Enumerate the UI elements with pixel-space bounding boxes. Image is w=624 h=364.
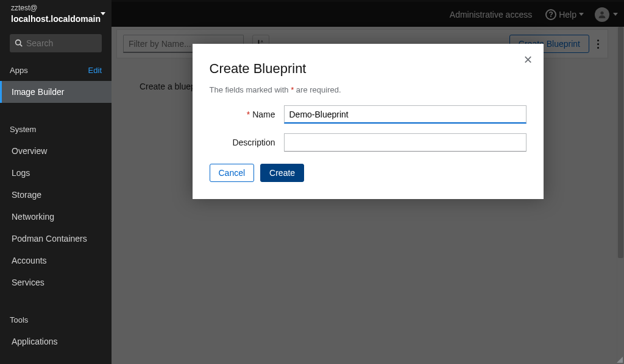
chevron-down-icon	[101, 12, 105, 15]
tools-heading: Tools	[10, 315, 28, 324]
nav-label: Applications	[12, 337, 58, 346]
nav-accounts[interactable]: Accounts	[0, 250, 112, 271]
nav-image-builder[interactable]: Image Builder	[0, 81, 112, 103]
name-label: * Name	[210, 110, 284, 119]
modal-backdrop[interactable]: × Create Blueprint The fields marked wit…	[112, 0, 624, 364]
nav-label: Storage	[12, 190, 41, 200]
nav-podman-containers[interactable]: Podman Containers	[0, 228, 112, 250]
blueprint-name-input[interactable]	[284, 105, 526, 124]
nav-networking[interactable]: Networking	[0, 206, 112, 228]
nav-label: Networking	[12, 212, 54, 222]
apps-edit-link[interactable]: Edit	[88, 66, 102, 75]
required-hint: The fields marked with * are required.	[210, 85, 526, 94]
nav-applications[interactable]: Applications	[0, 331, 112, 352]
modal-title: Create Blueprint	[210, 61, 526, 77]
create-blueprint-modal: × Create Blueprint The fields marked wit…	[193, 44, 544, 199]
search-input[interactable]	[26, 38, 97, 48]
nav-logs[interactable]: Logs	[0, 162, 112, 184]
sidebar-section-system: System	[0, 119, 112, 140]
nav-label: Overview	[12, 146, 47, 156]
host-switcher[interactable]: zztest@ localhost.localdomain	[0, 0, 112, 28]
cancel-button[interactable]: Cancel	[210, 164, 255, 182]
nav-label: Image Builder	[12, 87, 64, 97]
nav-label: Accounts	[12, 256, 47, 265]
sidebar-section-tools: Tools	[0, 309, 112, 331]
svg-point-0	[16, 40, 21, 45]
nav-label: Logs	[12, 168, 30, 178]
nav-overview[interactable]: Overview	[0, 140, 112, 162]
close-icon[interactable]: ×	[523, 52, 532, 67]
session-user: zztest@	[11, 4, 101, 13]
svg-line-1	[20, 44, 22, 46]
sidebar-search[interactable]	[10, 34, 102, 52]
create-button[interactable]: Create	[260, 164, 304, 182]
apps-heading: Apps	[10, 66, 28, 75]
nav-label: Podman Containers	[12, 234, 87, 243]
system-heading: System	[10, 125, 36, 134]
sidebar-section-apps: Apps Edit	[0, 60, 112, 81]
session-host: localhost.localdomain	[11, 13, 101, 24]
description-label: Description	[210, 138, 284, 147]
nav-services[interactable]: Services	[0, 271, 112, 293]
window-resize-grip[interactable]	[615, 355, 623, 363]
blueprint-description-input[interactable]	[284, 133, 526, 152]
nav-storage[interactable]: Storage	[0, 184, 112, 206]
nav-label: Services	[12, 278, 44, 287]
sidebar: zztest@ localhost.localdomain Apps Edit …	[0, 0, 112, 364]
search-icon	[15, 39, 23, 47]
